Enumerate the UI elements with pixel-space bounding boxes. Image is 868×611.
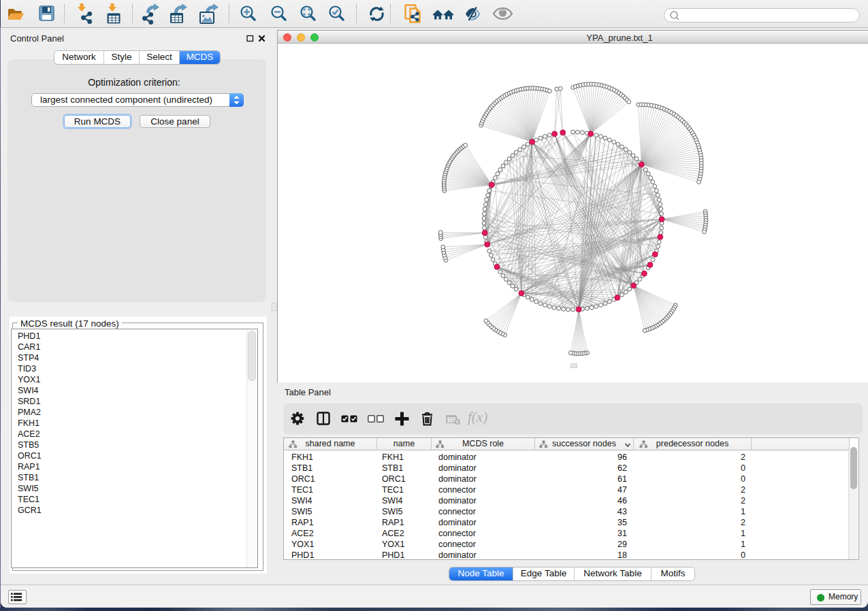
- svg-text:f(x): f(x): [468, 410, 487, 425]
